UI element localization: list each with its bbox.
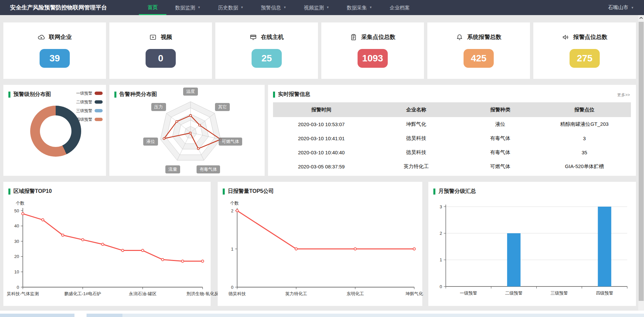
region-name: 石嘴山市	[608, 4, 628, 11]
svg-text:0: 0	[231, 285, 233, 290]
more-link[interactable]: 更多>>	[617, 92, 630, 98]
svg-text:荆洪生物-氧化反: 荆洪生物-氧化反	[186, 291, 218, 296]
svg-text:东明化工: 东明化工	[346, 291, 364, 296]
scroll-up-button[interactable]	[638, 15, 644, 21]
cell-company: 坤辉气化	[370, 117, 463, 131]
stat-card-system-alarms: 系统报警总数 425	[427, 22, 530, 79]
stat-label: 联网企业	[49, 33, 72, 41]
radar-axis-label: 压力	[151, 103, 166, 111]
stat-label: 在线主机	[261, 33, 284, 41]
legend-item[interactable]: 一级预警	[76, 89, 103, 98]
stat-card-online-hosts: 在线主机 25	[215, 22, 318, 79]
nav-item-warning-info[interactable]: 预警信息 ▼	[252, 0, 295, 15]
nav-item-data-monitor[interactable]: 数据监测 ▼	[166, 0, 209, 15]
stat-card-connected-enterprises: 联网企业 39	[3, 22, 106, 79]
cell-alarm-kind: 液位	[463, 117, 538, 131]
svg-text:2: 2	[231, 208, 233, 213]
table-row[interactable]: 2020-03-10 10:41:01 德昊科技 有毒气体 3	[273, 131, 631, 145]
chevron-down-icon: ▼	[240, 0, 244, 15]
chevron-down-icon: ▼	[283, 0, 286, 15]
nav-item-data-collect[interactable]: 数据采集 ▼	[338, 0, 381, 15]
speaker-icon	[562, 34, 569, 41]
nav-item-label: 企业档案	[390, 0, 410, 15]
chevron-down-icon: ▼	[369, 0, 372, 15]
title-marker	[273, 92, 275, 98]
cell-company: 英力特化工	[370, 159, 463, 173]
column-header-point: 报警点位	[538, 102, 631, 117]
legend-swatch	[95, 118, 103, 121]
legend-item[interactable]: 三级预警	[76, 106, 103, 115]
radar-axis-label: 其它	[215, 103, 230, 111]
panel-title: 区域报警TOP10	[13, 188, 52, 195]
pie-legend: 一级预警 二级预警 三级预警 四级预警	[76, 89, 103, 124]
chevron-down-icon: ▼	[198, 0, 201, 15]
nav-item-enterprise-files[interactable]: 企业档案	[381, 0, 419, 15]
legend-item[interactable]: 二级预警	[76, 98, 103, 106]
panel-warning-level-pie: 预警级别分布图 一级预警 二级预警 三级预警 四级预警	[3, 85, 106, 176]
svg-text:英力特化工: 英力特化工	[285, 291, 307, 296]
panel-realtime-alarms: 实时报警信息 更多>> 报警时间 企业名称 报警种类 报警点位 2020-03-…	[268, 85, 636, 176]
stat-label: 采集点位总数	[361, 33, 395, 41]
legend-swatch	[95, 100, 103, 104]
svg-text:鹏盛化工-1#电石炉: 鹏盛化工-1#电石炉	[64, 291, 101, 296]
column-header-time: 报警时间	[273, 102, 370, 117]
stat-value-badge: 275	[570, 49, 600, 68]
title-marker	[223, 189, 225, 195]
radar-axis-label: 温度	[183, 88, 198, 96]
svg-text:二级预警: 二级预警	[505, 290, 523, 296]
nav-item-label: 视频监测	[304, 0, 324, 15]
svg-text:3: 3	[440, 204, 442, 209]
svg-text:四级预警: 四级预警	[596, 290, 613, 296]
cell-alarm-point: 35	[538, 145, 631, 159]
cell-alarm-point: GIA-520单体贮槽	[538, 159, 631, 173]
horizontal-scroll-notch	[74, 314, 87, 317]
nav-item-home[interactable]: 首页	[139, 0, 166, 15]
legend-item[interactable]: 四级预警	[76, 115, 103, 124]
alarm-table: 报警时间 企业名称 报警种类 报警点位 2020-03-10 10:53:07 …	[273, 102, 631, 173]
svg-text:0: 0	[17, 285, 19, 290]
radar-axis-label: 液位	[143, 138, 158, 146]
stat-label: 报警点位总数	[573, 33, 607, 41]
table-row[interactable]: 2020-03-10 10:40:40 德昊科技 有毒气体 35	[273, 145, 631, 159]
title-marker	[8, 92, 10, 98]
svg-text:1: 1	[440, 257, 442, 262]
cell-alarm-kind: 有毒气体	[463, 145, 538, 159]
cell-alarm-time: 2020-03-10 10:41:01	[273, 131, 370, 145]
panel-title: 日报警量TOP5公司	[228, 188, 274, 195]
bell-icon	[456, 34, 463, 41]
app-title: 安全生产风险预警防控物联网管理平台	[10, 4, 107, 11]
svg-text:0: 0	[440, 284, 442, 289]
nav-item-label: 数据采集	[347, 0, 367, 15]
nav-item-label: 首页	[148, 0, 158, 15]
nav-item-video-monitor[interactable]: 视频监测 ▼	[295, 0, 338, 15]
panel-region-alarm-top10: 区域报警TOP10 01020304050个数昊科技-气体监测鹏盛化工-1#电石…	[3, 182, 211, 306]
table-row[interactable]: 2020-03-10 10:53:07 坤辉气化 液位 精醇南罐液位GT_203	[273, 117, 631, 131]
stat-card-alarm-points: 报警点位总数 275	[533, 22, 636, 79]
stat-card-collection-points: 采集点位总数 1093	[321, 22, 424, 79]
stat-label: 系统报警总数	[467, 33, 501, 41]
svg-text:永润石油-罐区: 永润石油-罐区	[129, 291, 156, 296]
nav-item-label: 数据监测	[175, 0, 195, 15]
svg-text:个数: 个数	[16, 201, 24, 206]
cell-alarm-point: 3	[538, 131, 631, 145]
vertical-scroll-thumb[interactable]	[639, 22, 644, 301]
main-menu: 首页 数据监测 ▼ 历史数据 ▼ 预警信息 ▼ 视频监测 ▼ 数据采集 ▼ 企业…	[139, 0, 419, 15]
stat-card-video: 视频 0	[109, 22, 212, 79]
monitor-icon	[250, 34, 257, 41]
legend-label: 三级预警	[76, 108, 92, 114]
legend-label: 一级预警	[76, 91, 92, 96]
svg-text:20: 20	[14, 254, 19, 259]
nav-item-history-data[interactable]: 历史数据 ▼	[209, 0, 252, 15]
clipboard-icon	[350, 34, 357, 41]
horizontal-scroll-thumb[interactable]	[0, 314, 122, 317]
legend-swatch	[95, 109, 103, 112]
panel-alarm-type-radar: 告警种类分布图 温度其它可燃气体有毒气体流量液位压力	[109, 85, 265, 176]
svg-text:10: 10	[14, 269, 19, 274]
svg-text:1: 1	[231, 247, 233, 252]
table-row[interactable]: 2020-03-05 08:37:59 英力特化工 可燃气体 GIA-520单体…	[273, 159, 631, 173]
cell-alarm-point: 精醇南罐液位GT_203	[538, 117, 631, 131]
vertical-scrollbar[interactable]	[638, 15, 644, 317]
stat-value-badge: 0	[146, 49, 176, 68]
region-selector[interactable]: 石嘴山市 ▼	[608, 0, 634, 15]
horizontal-scrollbar[interactable]	[0, 314, 644, 317]
